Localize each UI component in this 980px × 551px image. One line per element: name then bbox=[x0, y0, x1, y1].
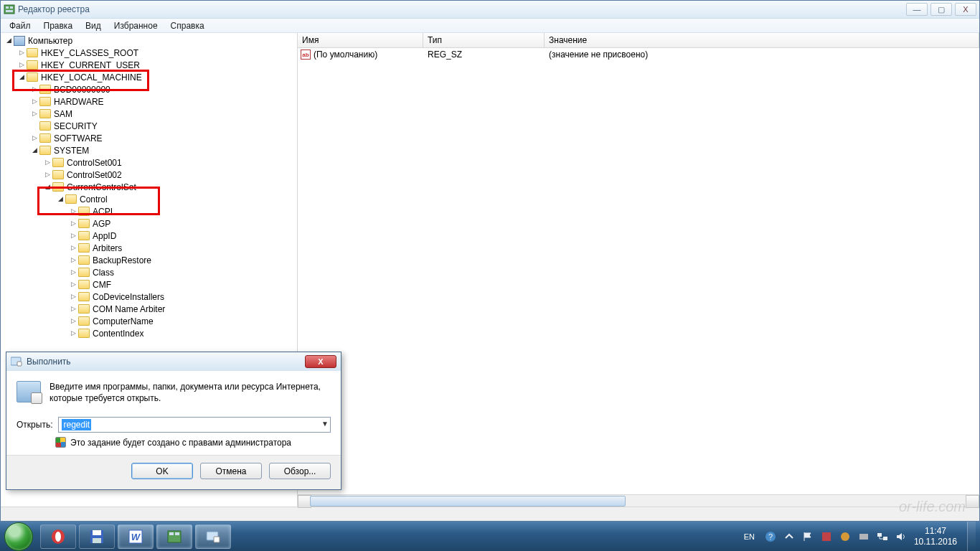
menu-edit[interactable]: Правка bbox=[38, 19, 79, 32]
tree-item[interactable]: ACPI bbox=[2, 205, 297, 217]
caret-closed-icon[interactable] bbox=[70, 244, 77, 252]
caret-closed-icon[interactable] bbox=[31, 98, 39, 105]
tree-item[interactable]: Компьютер bbox=[2, 34, 297, 47]
ok-button[interactable]: OK bbox=[131, 463, 193, 479]
tree-item[interactable]: CoDeviceInstallers bbox=[2, 291, 297, 303]
col-type[interactable]: Тип bbox=[423, 33, 545, 47]
svg-rect-17 bbox=[214, 537, 220, 542]
tree-item[interactable]: HARDWARE bbox=[2, 95, 297, 108]
show-desktop-button[interactable] bbox=[967, 522, 976, 551]
caret-closed-icon[interactable] bbox=[18, 49, 26, 57]
folder-icon bbox=[39, 121, 51, 131]
caret-closed-icon[interactable] bbox=[44, 159, 52, 166]
tree-item[interactable]: Arbiters bbox=[2, 242, 297, 254]
clock-time: 11:47 bbox=[914, 526, 957, 536]
caret-open-icon[interactable] bbox=[5, 37, 13, 44]
svg-rect-20 bbox=[822, 532, 831, 541]
caret-closed-icon[interactable] bbox=[70, 207, 77, 215]
caret-closed-icon[interactable] bbox=[70, 220, 77, 227]
flag-icon[interactable] bbox=[802, 531, 814, 542]
svg-text:?: ? bbox=[768, 532, 773, 541]
volume-icon[interactable] bbox=[895, 531, 907, 542]
clock[interactable]: 11:47 10.11.2016 bbox=[914, 526, 957, 547]
menu-file[interactable]: Файл bbox=[4, 19, 37, 32]
tray-icon[interactable] bbox=[858, 531, 870, 542]
caret-open-icon[interactable] bbox=[18, 73, 26, 81]
reg-sz-icon: ab bbox=[301, 50, 311, 60]
tree-item[interactable]: HKEY_LOCAL_MACHINE bbox=[2, 71, 297, 83]
caret-closed-icon[interactable] bbox=[70, 317, 77, 325]
caret-closed-icon[interactable] bbox=[70, 256, 77, 264]
col-name[interactable]: Имя bbox=[298, 33, 423, 47]
caret-closed-icon[interactable] bbox=[70, 232, 77, 240]
taskbar-item-regedit[interactable] bbox=[156, 524, 192, 549]
maximize-button[interactable]: ▢ bbox=[930, 3, 952, 16]
folder-icon bbox=[27, 48, 38, 57]
caret-open-icon[interactable] bbox=[57, 195, 65, 203]
list-row[interactable]: ab (По умолчанию) REG_SZ (значение не пр… bbox=[298, 48, 979, 61]
tree-item[interactable]: ControlSet002 bbox=[2, 169, 297, 181]
cancel-button[interactable]: Отмена bbox=[200, 463, 262, 479]
menubar: Файл Правка Вид Избранное Справка bbox=[1, 19, 979, 33]
chevron-up-icon[interactable] bbox=[783, 531, 795, 542]
tray-icon[interactable] bbox=[821, 531, 832, 542]
taskbar-item-opera[interactable] bbox=[40, 524, 76, 549]
menu-help[interactable]: Справка bbox=[165, 19, 210, 32]
taskbar-item-word[interactable]: W bbox=[118, 524, 154, 549]
tree-item[interactable]: CMF bbox=[2, 278, 297, 291]
start-button[interactable] bbox=[4, 522, 33, 551]
tree-item[interactable]: Control bbox=[2, 193, 297, 205]
run-titlebar: Выполнить X bbox=[6, 352, 341, 371]
chevron-down-icon[interactable]: ▼ bbox=[321, 420, 329, 428]
caret-open-icon[interactable] bbox=[31, 146, 39, 154]
list-body[interactable]: ab (По умолчанию) REG_SZ (значение не пр… bbox=[298, 48, 979, 494]
folder-icon bbox=[52, 158, 64, 167]
horizontal-scrollbar[interactable] bbox=[298, 494, 979, 507]
folder-icon bbox=[78, 316, 90, 326]
tree-item[interactable]: SYSTEM bbox=[2, 144, 297, 156]
tree-item[interactable]: ControlSet001 bbox=[2, 156, 297, 169]
tree-item[interactable]: SECURITY bbox=[2, 120, 297, 132]
taskbar-item-save[interactable] bbox=[79, 524, 115, 549]
tree-item[interactable]: SOFTWARE bbox=[2, 132, 297, 144]
menu-favorites[interactable]: Избранное bbox=[108, 19, 164, 32]
caret-closed-icon[interactable] bbox=[70, 329, 77, 337]
caret-closed-icon[interactable] bbox=[18, 61, 26, 69]
caret-closed-icon[interactable] bbox=[70, 305, 77, 313]
minimize-button[interactable]: — bbox=[906, 3, 928, 16]
caret-closed-icon[interactable] bbox=[70, 281, 77, 288]
tree-item[interactable]: ContentIndex bbox=[2, 327, 297, 339]
tree-item[interactable]: Class bbox=[2, 266, 297, 278]
tray-icon[interactable] bbox=[839, 531, 851, 542]
tree-item[interactable]: BackupRestore bbox=[2, 254, 297, 266]
caret-closed-icon[interactable] bbox=[70, 293, 77, 301]
tree-item[interactable]: HKEY_CLASSES_ROOT bbox=[2, 47, 297, 59]
tree-label: CMF bbox=[93, 280, 111, 290]
network-icon[interactable] bbox=[877, 531, 888, 542]
browse-button[interactable]: Обзор... bbox=[269, 463, 331, 479]
caret-closed-icon[interactable] bbox=[31, 85, 39, 93]
help-icon[interactable]: ? bbox=[765, 531, 776, 542]
tree-item[interactable]: ComputerName bbox=[2, 315, 297, 327]
caret-open-icon[interactable] bbox=[44, 183, 52, 191]
tree-item[interactable]: AGP bbox=[2, 217, 297, 230]
menu-view[interactable]: Вид bbox=[80, 19, 107, 32]
tree-item[interactable]: SAM bbox=[2, 108, 297, 120]
run-input[interactable]: regedit ▼ bbox=[58, 417, 331, 433]
taskbar-item-run[interactable] bbox=[195, 524, 231, 549]
language-indicator[interactable]: EN bbox=[741, 531, 758, 542]
run-close-button[interactable]: X bbox=[305, 355, 336, 368]
svg-rect-2 bbox=[10, 6, 13, 9]
tree-item[interactable]: HKEY_CURRENT_USER bbox=[2, 59, 297, 71]
col-value[interactable]: Значение bbox=[545, 33, 979, 47]
caret-closed-icon[interactable] bbox=[31, 110, 39, 118]
tree-item[interactable]: BCD00000000 bbox=[2, 83, 297, 95]
tree-item[interactable]: CurrentControlSet bbox=[2, 181, 297, 193]
folder-icon bbox=[78, 219, 90, 228]
tree-item[interactable]: AppID bbox=[2, 230, 297, 242]
caret-closed-icon[interactable] bbox=[44, 171, 52, 179]
close-button[interactable]: X bbox=[955, 3, 976, 16]
tree-item[interactable]: COM Name Arbiter bbox=[2, 303, 297, 315]
caret-closed-icon[interactable] bbox=[70, 268, 77, 276]
caret-closed-icon[interactable] bbox=[31, 134, 39, 142]
